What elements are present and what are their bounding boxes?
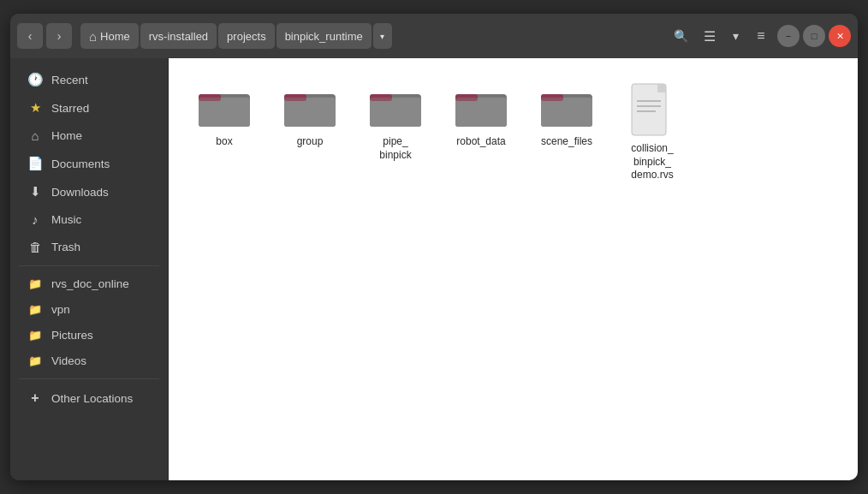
search-icon: 🔍 [674, 29, 688, 43]
file-grid: box group [186, 75, 841, 189]
list-item[interactable]: box [186, 75, 263, 189]
crumb-projects-label: projects [227, 30, 266, 43]
sidebar-item-rvs-doc-online[interactable]: 📁 rvs_doc_online [15, 271, 163, 296]
list-item[interactable]: group [271, 75, 348, 189]
svg-rect-3 [199, 98, 250, 127]
minimize-button[interactable]: − [777, 25, 800, 47]
sidebar-item-pictures-label: Pictures [51, 329, 93, 342]
view-list-button[interactable]: ☰ [697, 23, 722, 49]
file-area: box group [169, 58, 858, 480]
view-options-dropdown[interactable]: ▾ [726, 23, 745, 49]
downloads-icon: ⬇ [27, 184, 43, 199]
crumb-dropdown-button[interactable]: ▾ [373, 23, 392, 49]
titlebar: ‹ › ⌂ Home rvs-installed projects binpic… [10, 14, 858, 58]
sidebar-item-vpn[interactable]: 📁 vpn [15, 297, 163, 322]
sidebar-item-documents-label: Documents [51, 158, 110, 170]
list-view-icon: ☰ [704, 28, 716, 45]
sidebar-item-documents[interactable]: 📄 Documents [15, 150, 163, 177]
svg-rect-15 [455, 98, 507, 127]
folder-icon [539, 82, 594, 130]
crumb-home-label: Home [100, 30, 130, 43]
sidebar-item-home[interactable]: ⌂ Home [15, 122, 163, 149]
sidebar-item-downloads[interactable]: ⬇ Downloads [15, 178, 163, 205]
sidebar-item-trash[interactable]: 🗑 Trash [15, 234, 163, 260]
search-button[interactable]: 🔍 [668, 23, 693, 49]
sidebar-item-trash-label: Trash [51, 241, 80, 253]
folder-icon [197, 82, 252, 130]
home-nav-icon: ⌂ [27, 128, 43, 143]
sidebar-item-videos-label: Videos [51, 354, 86, 367]
sidebar-item-home-label: Home [51, 129, 82, 142]
sidebar-item-pictures[interactable]: 📁 Pictures [15, 323, 163, 348]
pictures-folder-icon: 📁 [27, 329, 43, 342]
file-name: collision_binpick_demo.rvs [631, 142, 673, 182]
maximize-button[interactable]: □ [803, 25, 825, 47]
sidebar-divider [19, 265, 159, 266]
crumb-binpick-runtime[interactable]: binpick_runtime [276, 23, 372, 49]
list-item[interactable]: pipe_binpick [357, 75, 434, 189]
sidebar-item-downloads-label: Downloads [51, 186, 109, 199]
back-button[interactable]: ‹ [17, 23, 43, 49]
crumb-home[interactable]: ⌂ Home [80, 23, 139, 49]
sidebar-item-recent[interactable]: 🕐 Recent [15, 66, 163, 93]
other-locations-icon: + [27, 390, 43, 406]
crumb-rvs-installed[interactable]: rvs-installed [140, 23, 217, 49]
music-icon: ♪ [27, 212, 43, 227]
folder-icon [282, 82, 337, 130]
svg-rect-7 [284, 98, 336, 127]
documents-icon: 📄 [27, 156, 43, 171]
vpn-folder-icon: 📁 [27, 303, 43, 316]
sidebar-item-videos[interactable]: 📁 Videos [15, 348, 163, 373]
sidebar-divider-2 [19, 378, 159, 379]
file-name: robot_data [456, 135, 505, 149]
document-icon [630, 82, 675, 137]
close-button[interactable]: ✕ [829, 25, 851, 47]
list-item[interactable]: robot_data [443, 75, 520, 189]
titlebar-actions: 🔍 ☰ ▾ ≡ − □ ✕ [668, 23, 851, 49]
chevron-down-icon: ▾ [733, 29, 739, 43]
home-icon: ⌂ [89, 29, 97, 44]
bookmark-folder-icon: 📁 [27, 277, 43, 290]
minimize-icon: − [786, 31, 791, 41]
trash-icon: 🗑 [27, 240, 43, 254]
list-item[interactable]: collision_binpick_demo.rvs [614, 75, 691, 189]
forward-button[interactable]: › [46, 23, 72, 49]
sidebar-item-starred[interactable]: ★ Starred [15, 94, 163, 122]
sidebar-item-music-label: Music [51, 213, 81, 226]
videos-folder-icon: 📁 [27, 354, 43, 367]
sidebar: 🕐 Recent ★ Starred ⌂ Home 📄 Documents ⬇ … [10, 58, 169, 480]
file-name: pipe_binpick [379, 135, 411, 162]
hamburger-icon: ≡ [757, 28, 764, 44]
file-name: scene_files [541, 135, 592, 149]
sidebar-item-other-locations-label: Other Locations [51, 392, 133, 405]
file-manager-window: ‹ › ⌂ Home rvs-installed projects binpic… [10, 14, 858, 480]
file-name: box [216, 135, 232, 149]
svg-rect-11 [370, 98, 421, 127]
maximize-icon: □ [812, 31, 817, 41]
close-icon: ✕ [836, 31, 844, 42]
file-name: group [297, 135, 324, 149]
svg-rect-19 [541, 98, 592, 127]
crumb-rvs-installed-label: rvs-installed [149, 30, 208, 43]
sidebar-item-vpn-label: vpn [51, 303, 70, 316]
list-item[interactable]: scene_files [528, 75, 605, 189]
sidebar-item-rvs-doc-label: rvs_doc_online [51, 277, 129, 290]
folder-icon [454, 82, 508, 130]
recent-icon: 🕐 [27, 72, 43, 87]
folder-icon [368, 82, 423, 130]
crumb-projects[interactable]: projects [218, 23, 275, 49]
star-icon: ★ [27, 100, 43, 116]
sidebar-item-starred-label: Starred [51, 102, 89, 115]
sidebar-item-recent-label: Recent [51, 74, 88, 86]
svg-rect-22 [657, 84, 666, 92]
breadcrumb: ⌂ Home rvs-installed projects binpick_ru… [80, 23, 659, 49]
sidebar-item-other-locations[interactable]: + Other Locations [15, 384, 163, 412]
crumb-binpick-runtime-label: binpick_runtime [285, 30, 363, 43]
main-content: 🕐 Recent ★ Starred ⌂ Home 📄 Documents ⬇ … [10, 58, 858, 480]
menu-button[interactable]: ≡ [748, 23, 774, 49]
sidebar-item-music[interactable]: ♪ Music [15, 206, 163, 233]
